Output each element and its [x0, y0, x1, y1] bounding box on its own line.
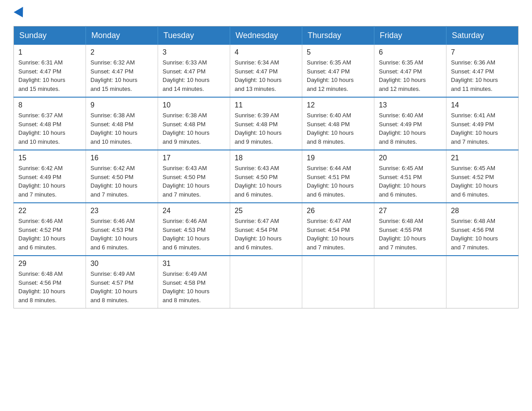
day-info: Sunrise: 6:35 AMSunset: 4:47 PMDaylight:…: [379, 59, 426, 92]
week-row-5: 29 Sunrise: 6:48 AMSunset: 4:56 PMDaylig…: [14, 256, 519, 308]
calendar-cell: 18 Sunrise: 6:43 AMSunset: 4:50 PMDaylig…: [230, 150, 302, 203]
calendar-cell: 24 Sunrise: 6:46 AMSunset: 4:53 PMDaylig…: [158, 203, 230, 256]
calendar-table: SundayMondayTuesdayWednesdayThursdayFrid…: [13, 26, 519, 308]
calendar-cell: 10 Sunrise: 6:38 AMSunset: 4:48 PMDaylig…: [158, 97, 230, 150]
logo-triangle-icon: [14, 7, 28, 20]
calendar-cell: 12 Sunrise: 6:40 AMSunset: 4:48 PMDaylig…: [302, 97, 374, 150]
week-row-4: 22 Sunrise: 6:46 AMSunset: 4:52 PMDaylig…: [14, 203, 519, 256]
day-number: 22: [18, 207, 81, 215]
day-info: Sunrise: 6:36 AMSunset: 4:47 PMDaylight:…: [451, 59, 498, 92]
day-info: Sunrise: 6:46 AMSunset: 4:53 PMDaylight:…: [163, 218, 210, 251]
day-info: Sunrise: 6:38 AMSunset: 4:48 PMDaylight:…: [90, 112, 137, 145]
day-info: Sunrise: 6:46 AMSunset: 4:52 PMDaylight:…: [18, 218, 65, 251]
day-number: 8: [18, 101, 81, 109]
day-info: Sunrise: 6:44 AMSunset: 4:51 PMDaylight:…: [307, 165, 354, 198]
calendar-cell: [374, 256, 446, 308]
day-number: 11: [235, 101, 297, 109]
calendar-cell: 15 Sunrise: 6:42 AMSunset: 4:49 PMDaylig…: [14, 150, 86, 203]
day-number: 9: [90, 101, 153, 109]
day-info: Sunrise: 6:48 AMSunset: 4:56 PMDaylight:…: [18, 270, 65, 304]
days-header-row: SundayMondayTuesdayWednesdayThursdayFrid…: [14, 26, 519, 45]
day-info: Sunrise: 6:40 AMSunset: 4:48 PMDaylight:…: [307, 112, 354, 145]
calendar-cell: 26 Sunrise: 6:47 AMSunset: 4:54 PMDaylig…: [302, 203, 374, 256]
day-number: 10: [163, 101, 225, 109]
calendar-cell: 8 Sunrise: 6:37 AMSunset: 4:48 PMDayligh…: [14, 97, 86, 150]
calendar-body: 1 Sunrise: 6:31 AMSunset: 4:47 PMDayligh…: [14, 45, 519, 308]
day-info: Sunrise: 6:47 AMSunset: 4:54 PMDaylight:…: [307, 218, 354, 251]
calendar-cell: 7 Sunrise: 6:36 AMSunset: 4:47 PMDayligh…: [446, 45, 519, 97]
calendar-cell: 6 Sunrise: 6:35 AMSunset: 4:47 PMDayligh…: [374, 45, 446, 97]
day-info: Sunrise: 6:45 AMSunset: 4:52 PMDaylight:…: [451, 165, 498, 198]
calendar-cell: 11 Sunrise: 6:39 AMSunset: 4:48 PMDaylig…: [230, 97, 302, 150]
calendar-cell: 30 Sunrise: 6:49 AMSunset: 4:57 PMDaylig…: [86, 256, 158, 308]
day-info: Sunrise: 6:35 AMSunset: 4:47 PMDaylight:…: [307, 59, 354, 92]
calendar-cell: 14 Sunrise: 6:41 AMSunset: 4:49 PMDaylig…: [446, 97, 519, 150]
calendar-cell: 20 Sunrise: 6:45 AMSunset: 4:51 PMDaylig…: [374, 150, 446, 203]
day-number: 5: [307, 48, 369, 56]
calendar-cell: 25 Sunrise: 6:47 AMSunset: 4:54 PMDaylig…: [230, 203, 302, 256]
day-number: 16: [90, 154, 153, 162]
day-info: Sunrise: 6:49 AMSunset: 4:58 PMDaylight:…: [163, 270, 210, 304]
day-number: 14: [451, 101, 514, 109]
day-number: 26: [307, 207, 369, 215]
day-number: 7: [451, 48, 514, 56]
day-number: 27: [379, 207, 442, 215]
day-info: Sunrise: 6:43 AMSunset: 4:50 PMDaylight:…: [163, 165, 210, 198]
day-info: Sunrise: 6:33 AMSunset: 4:47 PMDaylight:…: [163, 59, 210, 92]
day-info: Sunrise: 6:45 AMSunset: 4:51 PMDaylight:…: [379, 165, 426, 198]
day-number: 23: [90, 207, 153, 215]
calendar-cell: 22 Sunrise: 6:46 AMSunset: 4:52 PMDaylig…: [14, 203, 86, 256]
calendar-cell: 21 Sunrise: 6:45 AMSunset: 4:52 PMDaylig…: [446, 150, 519, 203]
day-header-thursday: Thursday: [302, 26, 374, 45]
week-row-1: 1 Sunrise: 6:31 AMSunset: 4:47 PMDayligh…: [14, 45, 519, 97]
header: [13, 9, 519, 18]
day-info: Sunrise: 6:37 AMSunset: 4:48 PMDaylight:…: [18, 112, 65, 145]
calendar-cell: 9 Sunrise: 6:38 AMSunset: 4:48 PMDayligh…: [86, 97, 158, 150]
day-number: 12: [307, 101, 369, 109]
calendar-cell: 4 Sunrise: 6:34 AMSunset: 4:47 PMDayligh…: [230, 45, 302, 97]
day-number: 4: [235, 48, 297, 56]
week-row-2: 8 Sunrise: 6:37 AMSunset: 4:48 PMDayligh…: [14, 97, 519, 150]
day-number: 25: [235, 207, 297, 215]
day-info: Sunrise: 6:43 AMSunset: 4:50 PMDaylight:…: [235, 165, 282, 198]
day-info: Sunrise: 6:39 AMSunset: 4:48 PMDaylight:…: [235, 112, 282, 145]
day-info: Sunrise: 6:34 AMSunset: 4:47 PMDaylight:…: [235, 59, 282, 92]
day-info: Sunrise: 6:38 AMSunset: 4:48 PMDaylight:…: [163, 112, 210, 145]
calendar-cell: 13 Sunrise: 6:40 AMSunset: 4:49 PMDaylig…: [374, 97, 446, 150]
day-number: 18: [235, 154, 297, 162]
day-info: Sunrise: 6:41 AMSunset: 4:49 PMDaylight:…: [451, 112, 498, 145]
day-number: 3: [163, 48, 225, 56]
day-number: 24: [163, 207, 225, 215]
day-info: Sunrise: 6:47 AMSunset: 4:54 PMDaylight:…: [235, 218, 282, 251]
calendar-cell: 31 Sunrise: 6:49 AMSunset: 4:58 PMDaylig…: [158, 256, 230, 308]
day-number: 17: [163, 154, 225, 162]
day-number: 1: [18, 48, 81, 56]
day-info: Sunrise: 6:40 AMSunset: 4:49 PMDaylight:…: [379, 112, 426, 145]
day-header-monday: Monday: [86, 26, 158, 45]
day-info: Sunrise: 6:48 AMSunset: 4:55 PMDaylight:…: [379, 218, 426, 251]
logo: [13, 9, 26, 18]
calendar-cell: 27 Sunrise: 6:48 AMSunset: 4:55 PMDaylig…: [374, 203, 446, 256]
calendar-cell: 16 Sunrise: 6:42 AMSunset: 4:50 PMDaylig…: [86, 150, 158, 203]
calendar-cell: 2 Sunrise: 6:32 AMSunset: 4:47 PMDayligh…: [86, 45, 158, 97]
day-info: Sunrise: 6:42 AMSunset: 4:50 PMDaylight:…: [90, 165, 137, 198]
day-info: Sunrise: 6:42 AMSunset: 4:49 PMDaylight:…: [18, 165, 65, 198]
day-header-tuesday: Tuesday: [158, 26, 230, 45]
day-info: Sunrise: 6:46 AMSunset: 4:53 PMDaylight:…: [90, 218, 137, 251]
day-info: Sunrise: 6:48 AMSunset: 4:56 PMDaylight:…: [451, 218, 498, 251]
calendar-cell: [302, 256, 374, 308]
calendar-cell: 28 Sunrise: 6:48 AMSunset: 4:56 PMDaylig…: [446, 203, 519, 256]
calendar-cell: 19 Sunrise: 6:44 AMSunset: 4:51 PMDaylig…: [302, 150, 374, 203]
day-header-friday: Friday: [374, 26, 446, 45]
calendar-cell: 23 Sunrise: 6:46 AMSunset: 4:53 PMDaylig…: [86, 203, 158, 256]
calendar-cell: 29 Sunrise: 6:48 AMSunset: 4:56 PMDaylig…: [14, 256, 86, 308]
day-info: Sunrise: 6:31 AMSunset: 4:47 PMDaylight:…: [18, 59, 65, 92]
calendar-cell: 1 Sunrise: 6:31 AMSunset: 4:47 PMDayligh…: [14, 45, 86, 97]
day-number: 30: [90, 260, 153, 268]
day-number: 2: [90, 48, 153, 56]
day-number: 31: [163, 260, 225, 268]
calendar-cell: 3 Sunrise: 6:33 AMSunset: 4:47 PMDayligh…: [158, 45, 230, 97]
day-number: 13: [379, 101, 442, 109]
calendar-cell: 17 Sunrise: 6:43 AMSunset: 4:50 PMDaylig…: [158, 150, 230, 203]
week-row-3: 15 Sunrise: 6:42 AMSunset: 4:49 PMDaylig…: [14, 150, 519, 203]
